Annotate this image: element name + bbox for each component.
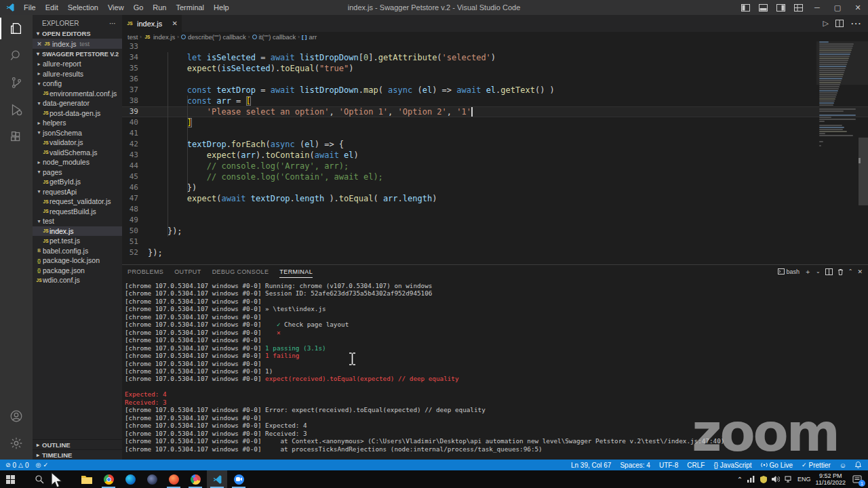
- feedback-icon[interactable]: ☺: [840, 462, 846, 469]
- code-line-36[interactable]: 36: [122, 74, 868, 85]
- clock[interactable]: 9:52 PM 11/16/2022: [816, 472, 846, 486]
- tree-item-getById.js[interactable]: JSgetById.js: [33, 177, 122, 187]
- status-utf-8[interactable]: UTF-8: [659, 462, 678, 469]
- code-line-44[interactable]: 44// console.log('Array', arr);: [122, 161, 868, 171]
- activitybar-settings[interactable]: [0, 430, 33, 457]
- status-prettier[interactable]: ✓Prettier: [802, 462, 831, 469]
- editor-scrollbar[interactable]: [859, 41, 868, 264]
- activitybar-source-control[interactable]: [0, 69, 33, 96]
- open-editor-item[interactable]: ✕ JS index.js test: [33, 39, 122, 49]
- panel-tab-problems[interactable]: PROBLEMS: [127, 265, 163, 278]
- code-editor[interactable]: 3334let isSelected = await listDropDown[…: [122, 41, 868, 264]
- close-editor-icon[interactable]: ✕: [35, 41, 43, 47]
- start-button[interactable]: [0, 470, 20, 488]
- explorer-more-actions-icon[interactable]: ⋯: [109, 20, 117, 27]
- menu-selection[interactable]: Selection: [63, 0, 103, 15]
- minimap[interactable]: [819, 41, 859, 163]
- test-status-indicator[interactable]: ◎ ✓: [36, 462, 48, 468]
- tree-item-validator.js[interactable]: JSvalidator.js: [33, 138, 122, 148]
- activitybar-run-debug[interactable]: [0, 96, 33, 123]
- activitybar-search[interactable]: [0, 42, 33, 69]
- terminal-dropdown-icon[interactable]: ⌄: [816, 268, 821, 274]
- terminal-output[interactable]: [chrome 107.0.5304.107 windows #0-0] Run…: [122, 278, 868, 460]
- code-line-41[interactable]: 41: [122, 128, 868, 139]
- tree-item-wdio.conf.js[interactable]: JSwdio.conf.js: [33, 275, 122, 285]
- close-button[interactable]: ✕: [848, 0, 868, 15]
- tree-item-node_modules[interactable]: ▸node_modules: [33, 157, 122, 167]
- speaker-icon[interactable]: [772, 476, 780, 483]
- breadcrumb-item[interactable]: it("") callback: [252, 33, 296, 41]
- code-line-50[interactable]: 50});: [122, 226, 868, 237]
- tree-item-data-generator[interactable]: ▾data-generator: [33, 98, 122, 108]
- tab-indexjs[interactable]: JS index.js ✕: [122, 15, 182, 32]
- code-line-35[interactable]: 35expect(isSelected).toEqual("true"): [122, 63, 868, 74]
- new-terminal-icon[interactable]: ＋: [804, 267, 811, 277]
- minimize-button[interactable]: ─: [807, 0, 827, 15]
- code-line-39[interactable]: 39'Please select an option', 'Option 1',…: [122, 106, 868, 117]
- outline-section[interactable]: ▸ OUTLINE: [33, 439, 122, 449]
- taskbar-edge[interactable]: [120, 470, 140, 488]
- problems-indicator[interactable]: ⊘ 0 △ 0: [5, 462, 29, 469]
- panel-tab-debug-console[interactable]: DEBUG CONSOLE: [212, 265, 269, 278]
- tree-item-babel.config.js[interactable]: Bbabel.config.js: [33, 246, 122, 256]
- kill-terminal-icon[interactable]: [837, 268, 844, 275]
- split-editor-icon[interactable]: [835, 20, 844, 27]
- code-line-42[interactable]: 42textDrop.forEach(async (el) => {: [122, 139, 868, 150]
- signal-bars-icon[interactable]: [747, 476, 755, 483]
- tree-item-requestApi[interactable]: ▾requestApi: [33, 187, 122, 197]
- code-line-48[interactable]: 48: [122, 204, 868, 215]
- split-terminal-icon[interactable]: [825, 268, 833, 275]
- breadcrumb-item[interactable]: test: [127, 33, 138, 41]
- tree-item-environmental.conf.js[interactable]: JSenvironmental.conf.js: [33, 89, 122, 99]
- tree-item-index.js[interactable]: JSindex.js: [33, 226, 122, 237]
- breadcrumb-item[interactable]: JSindex.js: [144, 33, 175, 41]
- shield-icon[interactable]: [760, 476, 767, 483]
- tree-item-requestBuild.js[interactable]: JSrequestBuild.js: [33, 207, 122, 217]
- menu-go[interactable]: Go: [129, 0, 149, 15]
- toggle-sidebar-icon[interactable]: [736, 0, 754, 15]
- timeline-section[interactable]: ▸ TIMELINE: [33, 449, 122, 460]
- code-line-33[interactable]: 33: [122, 41, 868, 52]
- status--javascript[interactable]: {} JavaScript: [713, 462, 751, 469]
- close-panel-icon[interactable]: ✕: [857, 268, 863, 275]
- toggle-panel-icon[interactable]: [754, 0, 772, 15]
- taskbar-app-orange[interactable]: [163, 470, 184, 488]
- editor-more-actions-icon[interactable]: ⋯: [850, 17, 861, 30]
- open-editors-section[interactable]: ▾ OPEN EDITORS: [33, 28, 122, 39]
- menu-view[interactable]: View: [103, 0, 129, 15]
- taskbar-vscode[interactable]: [207, 470, 227, 488]
- scrollbar-thumb[interactable]: [859, 138, 868, 205]
- taskbar-zoom[interactable]: [229, 470, 249, 488]
- breadcrumb-item[interactable]: describe("") callback: [181, 33, 246, 41]
- code-line-40[interactable]: 40]: [122, 117, 868, 128]
- run-file-icon[interactable]: ▷: [823, 19, 829, 28]
- bell-icon[interactable]: [855, 462, 861, 468]
- breadcrumb-item[interactable]: [ ]arr: [302, 33, 317, 41]
- code-line-45[interactable]: 45// console.log('Contain', await el);: [122, 171, 868, 182]
- menu-terminal[interactable]: Terminal: [172, 0, 210, 15]
- code-line-49[interactable]: 49: [122, 215, 868, 226]
- taskbar-browser-1[interactable]: [98, 470, 119, 488]
- status-go-live[interactable]: Go Live: [761, 462, 793, 469]
- language-indicator[interactable]: ENG: [797, 476, 811, 483]
- tree-item-pages[interactable]: ▾pages: [33, 167, 122, 178]
- tree-item-config[interactable]: ▾config: [33, 79, 122, 89]
- tree-item-request_validator.js[interactable]: JSrequest_validator.js: [33, 197, 122, 207]
- panel-tab-output[interactable]: OUTPUT: [174, 265, 201, 278]
- tree-item-allure-results[interactable]: ▸allure-results: [33, 69, 122, 79]
- code-line-43[interactable]: 43expect(arr).toContain(await el): [122, 150, 868, 161]
- code-line-47[interactable]: 47expect(await textDrop.length ).toEqual…: [122, 193, 868, 204]
- toggle-secondary-sidebar-icon[interactable]: [772, 0, 789, 15]
- tree-item-package-lock.json[interactable]: {}package-lock.json: [33, 256, 122, 266]
- project-section[interactable]: ▾ SWAGGER PETSTORE V.2: [33, 49, 122, 59]
- tree-item-jsonSchema[interactable]: ▾jsonSchema: [33, 128, 122, 138]
- activitybar-extensions[interactable]: [0, 123, 33, 150]
- maximize-panel-icon[interactable]: ⌃: [848, 268, 853, 274]
- code-line-38[interactable]: 38const arr = [: [122, 96, 868, 106]
- status-crlf[interactable]: CRLF: [687, 462, 705, 469]
- maximize-button[interactable]: ▢: [827, 0, 848, 15]
- code-line-51[interactable]: 51: [122, 237, 868, 247]
- activitybar-account[interactable]: [0, 403, 33, 430]
- network-icon[interactable]: [785, 476, 793, 483]
- notification-center[interactable]: 1: [850, 473, 864, 485]
